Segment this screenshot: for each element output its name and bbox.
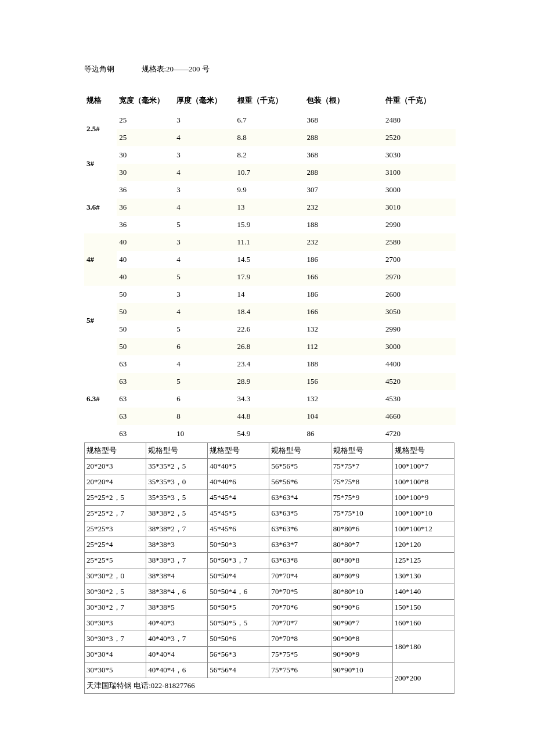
spec-cell: 2600 (383, 286, 456, 303)
spec-cell: 63 (117, 390, 174, 408)
spec-cell: 4400 (383, 355, 456, 373)
ref-cell: 75*75*10 (331, 506, 392, 521)
spec-cell: 26.8 (235, 338, 305, 355)
table-row: 30*30*2，738*38*550*50*570*70*690*90*6150… (85, 600, 454, 615)
table-row: 3.6#3639.93073000 (84, 181, 456, 199)
spec-group-label: 6.3# (84, 355, 117, 442)
spec-cell: 166 (304, 303, 383, 321)
spec-cell: 166 (304, 268, 383, 286)
table-row: 5#503141862600 (84, 286, 456, 303)
ref-cell: 90*90*9 (331, 647, 392, 663)
spec-cell: 186 (304, 286, 383, 303)
spec-cell: 5 (174, 373, 234, 390)
spec-cell: 63 (117, 355, 174, 373)
spec-group-label: 2.5# (84, 111, 117, 146)
ref-cell: 50*50*5，5 (208, 615, 269, 631)
ref-cell: 25*25*5 (85, 553, 146, 568)
ref-cell: 75*75*9 (331, 490, 392, 506)
spec-cell: 3100 (383, 164, 456, 181)
ref-cell: 90*90*8 (331, 631, 392, 647)
table-row: 20*20*335*35*2，540*40*556*56*575*75*7100… (85, 459, 454, 474)
spec-cell: 25 (117, 111, 174, 129)
ref-cell: 70*70*5 (269, 584, 331, 600)
ref-cell: 80*80*6 (331, 521, 392, 537)
ref-cell: 25*25*2，7 (85, 506, 146, 521)
table-row: 25*25*438*38*350*50*363*63*780*80*7120*1… (85, 537, 454, 553)
spec-cell: 40 (117, 251, 174, 268)
table-row: 63528.91564520 (84, 373, 456, 390)
spec-cell: 54.9 (235, 425, 305, 442)
spec-group-label: 3# (84, 146, 117, 181)
spec-cell: 4 (174, 303, 234, 321)
spec-cell: 4 (174, 129, 234, 146)
ref-cell: 50*50*4 (208, 568, 269, 584)
ref-cell: 63*63*5 (269, 506, 331, 521)
ref-cell: 100*100*12 (392, 521, 454, 537)
spec-cell: 4 (174, 164, 234, 181)
spec-cell: 10 (174, 425, 234, 442)
table-row: 30*30*340*40*350*50*5，570*70*790*90*7160… (85, 615, 454, 631)
spec-cell: 50 (117, 303, 174, 321)
ref-cell: 90*90*10 (331, 663, 392, 678)
ref-cell: 56*56*3 (208, 647, 269, 663)
spec-cell: 104 (304, 408, 383, 425)
spec-cell: 63 (117, 373, 174, 390)
ref-cell: 38*38*4，6 (146, 584, 208, 600)
ref-cell: 40*40*4 (146, 647, 208, 663)
table-row: 63634.31324530 (84, 390, 456, 408)
spec-cell: 36 (117, 181, 174, 199)
ref-cell: 125*125 (392, 553, 454, 568)
ref-cell: 70*70*4 (269, 568, 331, 584)
ref-cell: 75*75*7 (331, 459, 392, 474)
table-row: 40517.91662970 (84, 268, 456, 286)
spec-header: 厚度（毫米） (174, 92, 234, 111)
table-row: 30*30*2，538*38*4，650*50*4，670*70*580*80*… (85, 584, 454, 600)
ref-cell: 75*75*5 (269, 647, 331, 663)
table-row: 4#40311.12322580 (84, 233, 456, 251)
spec-cell: 30 (117, 164, 174, 181)
ref-cell: 25*25*3 (85, 521, 146, 537)
spec-cell: 307 (304, 181, 383, 199)
spec-cell: 50 (117, 286, 174, 303)
ref-cell: 30*30*5 (85, 663, 146, 678)
spec-cell: 2990 (383, 321, 456, 338)
spec-cell: 6 (174, 338, 234, 355)
spec-group-label: 5# (84, 286, 117, 355)
ref-cell: 75*75*6 (269, 663, 331, 678)
ref-cell: 35*35*3，0 (146, 474, 208, 490)
ref-cell: 70*70*6 (269, 600, 331, 615)
ref-cell: 100*100*10 (392, 506, 454, 521)
spec-cell: 6.7 (235, 111, 305, 129)
ref-table: 规格型号 规格型号 规格型号 规格型号 规格型号 规格型号 20*20*335*… (84, 442, 454, 694)
table-row: 25*25*338*38*2，745*45*663*63*680*80*6100… (85, 521, 454, 537)
ref-cell: 56*56*4 (208, 663, 269, 678)
ref-header: 规格型号 (392, 443, 454, 459)
ref-cell: 40*40*6 (208, 474, 269, 490)
ref-cell: 38*38*3 (146, 537, 208, 553)
spec-cell: 8 (174, 408, 234, 425)
ref-cell: 38*38*2，5 (146, 506, 208, 521)
ref-header: 规格型号 (208, 443, 269, 459)
spec-header: 根重（千克） (235, 92, 305, 111)
spec-cell: 232 (304, 233, 383, 251)
table-row: 20*20*435*35*3，040*40*656*56*675*75*8100… (85, 474, 454, 490)
table-row: 631054.9864720 (84, 425, 456, 442)
spec-cell: 2520 (383, 129, 456, 146)
ref-cell: 75*75*8 (331, 474, 392, 490)
ref-cell: 38*38*4 (146, 568, 208, 584)
table-row: 6.3#63423.41884400 (84, 355, 456, 373)
table-row: 25*25*2，738*38*2，545*45*563*63*575*75*10… (85, 506, 454, 521)
table-row: 30*30*540*40*4，656*56*475*75*690*90*1020… (85, 663, 454, 678)
ref-cell: 20*20*3 (85, 459, 146, 474)
ref-cell: 30*30*4 (85, 647, 146, 663)
spec-cell: 6 (174, 390, 234, 408)
ref-cell: 56*56*6 (269, 474, 331, 490)
ref-cell: 50*50*6 (208, 631, 269, 647)
spec-cell: 14.5 (235, 251, 305, 268)
spec-cell: 10.7 (235, 164, 305, 181)
table-row: 30410.72883100 (84, 164, 456, 181)
ref-cell: 35*35*2，5 (146, 459, 208, 474)
table-row: 2548.82882520 (84, 129, 456, 146)
spec-cell: 288 (304, 129, 383, 146)
ref-cell: 130*130 (392, 568, 454, 584)
